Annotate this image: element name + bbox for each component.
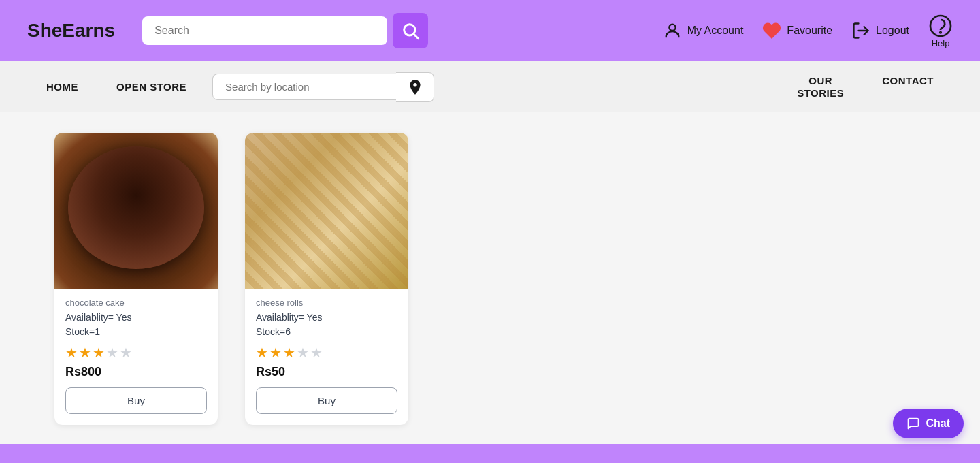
account-label: My Account: [687, 25, 744, 37]
logout-nav-item[interactable]: Logout: [851, 21, 909, 40]
product-availability-1: Availablity= Yes Stock=1: [65, 310, 207, 339]
location-search-input[interactable]: [212, 74, 396, 100]
search-wrapper: [142, 13, 428, 48]
product-card-2: cheese rolls Availablity= Yes Stock=6 ★ …: [245, 133, 408, 425]
star-1: ★: [256, 345, 268, 361]
buy-button-2[interactable]: Buy: [256, 387, 397, 414]
product-image-rolls: [245, 133, 408, 289]
nav-contact[interactable]: CONTACT: [863, 75, 953, 86]
help-label: Help: [932, 38, 950, 48]
chat-icon: [906, 417, 920, 430]
product-category-1: chocolate cake: [65, 298, 207, 308]
chat-button[interactable]: Chat: [893, 409, 964, 438]
star-2: ★: [79, 345, 91, 361]
logout-icon: [851, 21, 870, 40]
search-input[interactable]: [142, 16, 387, 45]
product-price-1: Rs800: [65, 365, 207, 379]
star-3: ★: [283, 345, 295, 361]
location-search-wrapper: [212, 72, 434, 102]
product-availability-2: Availablity= Yes Stock=6: [256, 310, 397, 339]
svg-line-1: [414, 34, 418, 38]
favourite-label: Favourite: [787, 25, 832, 37]
nav-our-stories[interactable]: OURSTORIES: [778, 75, 863, 99]
star-5: ★: [310, 345, 323, 361]
star-4: ★: [106, 345, 118, 361]
products-grid: chocolate cake Availablity= Yes Stock=1 …: [54, 133, 926, 425]
product-category-2: cheese rolls: [256, 298, 397, 308]
location-search-button[interactable]: [396, 72, 434, 102]
star-4: ★: [297, 345, 309, 361]
star-3: ★: [93, 345, 105, 361]
star-2: ★: [270, 345, 282, 361]
help-button[interactable]: Help: [928, 14, 953, 48]
location-icon: [406, 78, 424, 96]
star-5: ★: [120, 345, 132, 361]
navbar: HOME OPEN STORE OURSTORIES CONTACT: [0, 61, 980, 112]
favourite-nav-item[interactable]: Favourite: [762, 21, 832, 40]
search-icon: [401, 21, 420, 40]
logo: SheEarns: [27, 20, 115, 42]
header-actions: My Account Favourite Logout Help: [663, 14, 953, 48]
svg-point-5: [940, 32, 941, 33]
product-info-1: chocolate cake Availablity= Yes Stock=1 …: [54, 289, 218, 379]
footer-bar: [0, 444, 980, 463]
logout-label: Logout: [876, 25, 909, 37]
product-rating-2: ★ ★ ★ ★ ★: [256, 345, 397, 361]
buy-button-1[interactable]: Buy: [65, 387, 207, 414]
svg-point-2: [669, 25, 675, 31]
chat-label: Chat: [926, 417, 950, 430]
product-card-1: chocolate cake Availablity= Yes Stock=1 …: [54, 133, 218, 425]
search-button[interactable]: [393, 13, 428, 48]
nav-home[interactable]: HOME: [27, 61, 97, 112]
nav-open-store[interactable]: OPEN STORE: [97, 61, 206, 112]
account-icon: [663, 21, 682, 40]
help-icon: [928, 14, 953, 38]
product-rating-1: ★ ★ ★ ★ ★: [65, 345, 207, 361]
heart-icon: [762, 21, 781, 40]
header: SheEarns My Account Favourite: [0, 0, 980, 61]
product-price-2: Rs50: [256, 365, 397, 379]
product-info-2: cheese rolls Availablity= Yes Stock=6 ★ …: [245, 289, 408, 379]
product-image-cake: [54, 133, 218, 289]
star-1: ★: [65, 345, 78, 361]
account-nav-item[interactable]: My Account: [663, 21, 744, 40]
nav-right: OURSTORIES CONTACT: [778, 75, 953, 99]
main-content: chocolate cake Availablity= Yes Stock=1 …: [0, 112, 980, 445]
